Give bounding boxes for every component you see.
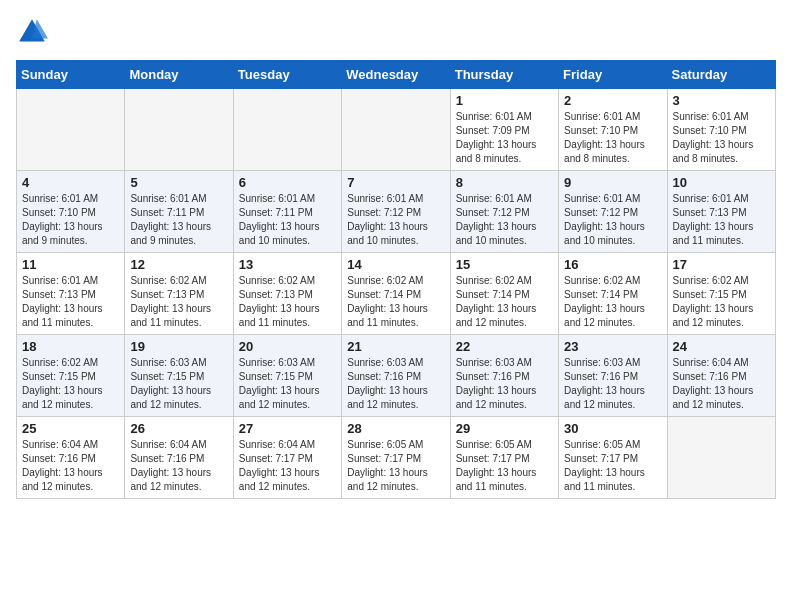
day-info: Sunrise: 6:05 AMSunset: 7:17 PMDaylight:…	[564, 438, 661, 494]
day-info: Sunrise: 6:01 AMSunset: 7:09 PMDaylight:…	[456, 110, 553, 166]
calendar-cell	[342, 89, 450, 171]
calendar-cell	[125, 89, 233, 171]
day-info: Sunrise: 6:04 AMSunset: 7:16 PMDaylight:…	[673, 356, 770, 412]
day-info: Sunrise: 6:05 AMSunset: 7:17 PMDaylight:…	[456, 438, 553, 494]
day-info: Sunrise: 6:05 AMSunset: 7:17 PMDaylight:…	[347, 438, 444, 494]
day-info: Sunrise: 6:01 AMSunset: 7:12 PMDaylight:…	[347, 192, 444, 248]
day-info: Sunrise: 6:04 AMSunset: 7:16 PMDaylight:…	[22, 438, 119, 494]
day-number: 25	[22, 421, 119, 436]
calendar-cell	[17, 89, 125, 171]
calendar-cell: 18Sunrise: 6:02 AMSunset: 7:15 PMDayligh…	[17, 335, 125, 417]
day-number: 1	[456, 93, 553, 108]
calendar-cell: 11Sunrise: 6:01 AMSunset: 7:13 PMDayligh…	[17, 253, 125, 335]
calendar-cell: 22Sunrise: 6:03 AMSunset: 7:16 PMDayligh…	[450, 335, 558, 417]
day-info: Sunrise: 6:03 AMSunset: 7:16 PMDaylight:…	[347, 356, 444, 412]
header	[16, 16, 776, 48]
day-info: Sunrise: 6:04 AMSunset: 7:16 PMDaylight:…	[130, 438, 227, 494]
day-info: Sunrise: 6:01 AMSunset: 7:10 PMDaylight:…	[673, 110, 770, 166]
calendar-cell: 27Sunrise: 6:04 AMSunset: 7:17 PMDayligh…	[233, 417, 341, 499]
day-number: 17	[673, 257, 770, 272]
day-info: Sunrise: 6:01 AMSunset: 7:12 PMDaylight:…	[564, 192, 661, 248]
day-number: 26	[130, 421, 227, 436]
calendar-cell: 19Sunrise: 6:03 AMSunset: 7:15 PMDayligh…	[125, 335, 233, 417]
day-number: 27	[239, 421, 336, 436]
day-number: 19	[130, 339, 227, 354]
header-saturday: Saturday	[667, 61, 775, 89]
day-info: Sunrise: 6:03 AMSunset: 7:16 PMDaylight:…	[456, 356, 553, 412]
calendar-cell: 12Sunrise: 6:02 AMSunset: 7:13 PMDayligh…	[125, 253, 233, 335]
day-info: Sunrise: 6:02 AMSunset: 7:14 PMDaylight:…	[347, 274, 444, 330]
day-number: 21	[347, 339, 444, 354]
logo-icon	[16, 16, 48, 48]
calendar-cell: 20Sunrise: 6:03 AMSunset: 7:15 PMDayligh…	[233, 335, 341, 417]
calendar-cell: 9Sunrise: 6:01 AMSunset: 7:12 PMDaylight…	[559, 171, 667, 253]
day-info: Sunrise: 6:04 AMSunset: 7:17 PMDaylight:…	[239, 438, 336, 494]
header-tuesday: Tuesday	[233, 61, 341, 89]
calendar-cell: 24Sunrise: 6:04 AMSunset: 7:16 PMDayligh…	[667, 335, 775, 417]
day-number: 20	[239, 339, 336, 354]
day-info: Sunrise: 6:01 AMSunset: 7:13 PMDaylight:…	[673, 192, 770, 248]
day-number: 6	[239, 175, 336, 190]
calendar-cell: 1Sunrise: 6:01 AMSunset: 7:09 PMDaylight…	[450, 89, 558, 171]
calendar-cell: 10Sunrise: 6:01 AMSunset: 7:13 PMDayligh…	[667, 171, 775, 253]
day-number: 28	[347, 421, 444, 436]
calendar-cell: 8Sunrise: 6:01 AMSunset: 7:12 PMDaylight…	[450, 171, 558, 253]
calendar-cell: 21Sunrise: 6:03 AMSunset: 7:16 PMDayligh…	[342, 335, 450, 417]
day-info: Sunrise: 6:01 AMSunset: 7:12 PMDaylight:…	[456, 192, 553, 248]
calendar-cell: 16Sunrise: 6:02 AMSunset: 7:14 PMDayligh…	[559, 253, 667, 335]
day-number: 2	[564, 93, 661, 108]
day-info: Sunrise: 6:03 AMSunset: 7:15 PMDaylight:…	[130, 356, 227, 412]
day-number: 13	[239, 257, 336, 272]
calendar-cell: 3Sunrise: 6:01 AMSunset: 7:10 PMDaylight…	[667, 89, 775, 171]
calendar-cell	[667, 417, 775, 499]
day-info: Sunrise: 6:02 AMSunset: 7:13 PMDaylight:…	[130, 274, 227, 330]
calendar-week-2: 4Sunrise: 6:01 AMSunset: 7:10 PMDaylight…	[17, 171, 776, 253]
day-info: Sunrise: 6:02 AMSunset: 7:15 PMDaylight:…	[22, 356, 119, 412]
calendar-cell: 5Sunrise: 6:01 AMSunset: 7:11 PMDaylight…	[125, 171, 233, 253]
day-number: 4	[22, 175, 119, 190]
header-monday: Monday	[125, 61, 233, 89]
day-number: 10	[673, 175, 770, 190]
calendar-cell: 6Sunrise: 6:01 AMSunset: 7:11 PMDaylight…	[233, 171, 341, 253]
calendar-cell: 14Sunrise: 6:02 AMSunset: 7:14 PMDayligh…	[342, 253, 450, 335]
calendar-cell	[233, 89, 341, 171]
day-info: Sunrise: 6:03 AMSunset: 7:16 PMDaylight:…	[564, 356, 661, 412]
calendar-cell: 25Sunrise: 6:04 AMSunset: 7:16 PMDayligh…	[17, 417, 125, 499]
day-number: 15	[456, 257, 553, 272]
day-number: 23	[564, 339, 661, 354]
svg-marker-1	[32, 19, 48, 38]
calendar-cell: 29Sunrise: 6:05 AMSunset: 7:17 PMDayligh…	[450, 417, 558, 499]
day-number: 18	[22, 339, 119, 354]
calendar-cell: 23Sunrise: 6:03 AMSunset: 7:16 PMDayligh…	[559, 335, 667, 417]
day-number: 16	[564, 257, 661, 272]
calendar-week-3: 11Sunrise: 6:01 AMSunset: 7:13 PMDayligh…	[17, 253, 776, 335]
calendar-table: SundayMondayTuesdayWednesdayThursdayFrid…	[16, 60, 776, 499]
day-number: 5	[130, 175, 227, 190]
calendar-cell: 26Sunrise: 6:04 AMSunset: 7:16 PMDayligh…	[125, 417, 233, 499]
day-number: 7	[347, 175, 444, 190]
calendar-cell: 28Sunrise: 6:05 AMSunset: 7:17 PMDayligh…	[342, 417, 450, 499]
header-thursday: Thursday	[450, 61, 558, 89]
day-info: Sunrise: 6:01 AMSunset: 7:11 PMDaylight:…	[130, 192, 227, 248]
calendar-week-1: 1Sunrise: 6:01 AMSunset: 7:09 PMDaylight…	[17, 89, 776, 171]
calendar-week-5: 25Sunrise: 6:04 AMSunset: 7:16 PMDayligh…	[17, 417, 776, 499]
calendar-week-4: 18Sunrise: 6:02 AMSunset: 7:15 PMDayligh…	[17, 335, 776, 417]
header-sunday: Sunday	[17, 61, 125, 89]
day-info: Sunrise: 6:02 AMSunset: 7:14 PMDaylight:…	[564, 274, 661, 330]
calendar-cell: 7Sunrise: 6:01 AMSunset: 7:12 PMDaylight…	[342, 171, 450, 253]
calendar-cell: 15Sunrise: 6:02 AMSunset: 7:14 PMDayligh…	[450, 253, 558, 335]
day-info: Sunrise: 6:01 AMSunset: 7:10 PMDaylight:…	[22, 192, 119, 248]
day-number: 24	[673, 339, 770, 354]
day-number: 14	[347, 257, 444, 272]
day-info: Sunrise: 6:01 AMSunset: 7:13 PMDaylight:…	[22, 274, 119, 330]
day-info: Sunrise: 6:02 AMSunset: 7:14 PMDaylight:…	[456, 274, 553, 330]
calendar-cell: 2Sunrise: 6:01 AMSunset: 7:10 PMDaylight…	[559, 89, 667, 171]
day-number: 12	[130, 257, 227, 272]
day-number: 9	[564, 175, 661, 190]
day-info: Sunrise: 6:02 AMSunset: 7:13 PMDaylight:…	[239, 274, 336, 330]
calendar-cell: 17Sunrise: 6:02 AMSunset: 7:15 PMDayligh…	[667, 253, 775, 335]
calendar-header-row: SundayMondayTuesdayWednesdayThursdayFrid…	[17, 61, 776, 89]
day-number: 11	[22, 257, 119, 272]
day-info: Sunrise: 6:03 AMSunset: 7:15 PMDaylight:…	[239, 356, 336, 412]
day-info: Sunrise: 6:02 AMSunset: 7:15 PMDaylight:…	[673, 274, 770, 330]
